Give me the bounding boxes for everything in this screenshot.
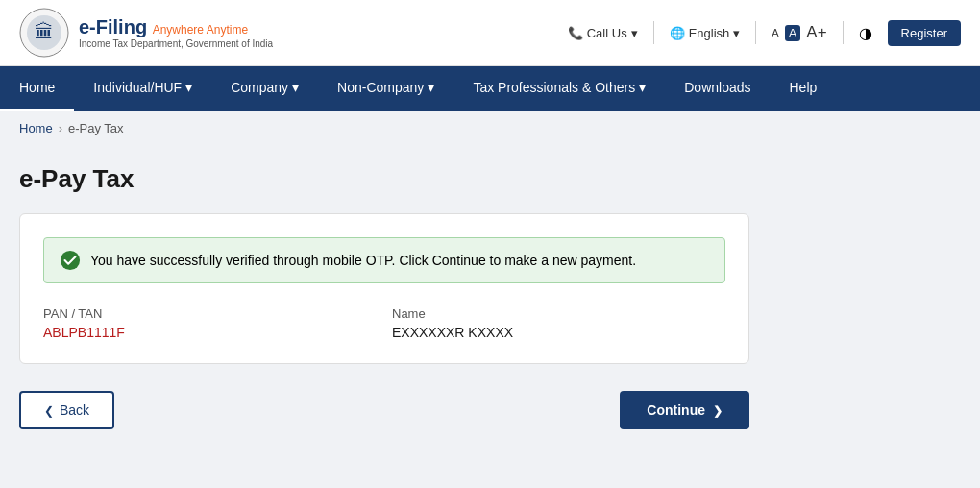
- nav-downloads[interactable]: Downloads: [665, 66, 770, 111]
- nav-individual-huf-label: Individual/HUF: [93, 80, 182, 95]
- main-content: e-Pay Tax You have successfully verified…: [0, 145, 980, 472]
- nav-individual-huf[interactable]: Individual/HUF ▾: [74, 66, 211, 111]
- navbar: Home Individual/HUF ▾ Company ▾ Non-Comp…: [0, 66, 980, 111]
- font-small-button[interactable]: A: [772, 27, 778, 38]
- success-text-prefix: You have successfully verified through m…: [90, 253, 432, 268]
- nav-tax-professionals-arrow: ▾: [639, 80, 646, 95]
- logo-brand: e-Filing Anywhere Anytime: [79, 16, 273, 38]
- nav-help-label: Help: [790, 80, 818, 95]
- logo-text: e-Filing Anywhere Anytime Income Tax Dep…: [79, 16, 273, 49]
- language-arrow: ▾: [733, 26, 740, 40]
- register-button[interactable]: Register: [888, 20, 961, 46]
- nav-home-label: Home: [19, 80, 55, 95]
- nav-non-company[interactable]: Non-Company ▾: [318, 66, 453, 111]
- language-label: English: [689, 26, 730, 40]
- continue-label: Continue: [647, 403, 705, 418]
- header-actions: 📞 Call Us ▾ 🌐 English ▾ A A A+ ◑ Registe…: [568, 20, 961, 46]
- pan-tan-label: PAN / TAN: [43, 306, 377, 321]
- separator-2: [755, 21, 756, 44]
- font-large-button[interactable]: A+: [806, 23, 826, 42]
- success-icon: [60, 250, 81, 271]
- success-text-suffix: to make a new payment.: [486, 253, 636, 268]
- name-value: EXXXXXXR KXXXX: [392, 325, 725, 340]
- info-grid: PAN / TAN ABLPB1111F Name EXXXXXXR KXXXX: [43, 306, 725, 340]
- call-us-button[interactable]: 📞 Call Us ▾: [568, 26, 638, 40]
- contrast-button[interactable]: ◑: [859, 24, 872, 42]
- nav-non-company-arrow: ▾: [428, 80, 434, 95]
- breadcrumb: Home › e-Pay Tax: [0, 111, 980, 145]
- phone-icon: 📞: [568, 26, 583, 40]
- call-us-arrow: ▾: [631, 26, 638, 40]
- separator-3: [843, 21, 844, 44]
- back-label: Back: [60, 403, 89, 418]
- logo-subtitle: Income Tax Department, Government of Ind…: [79, 38, 273, 49]
- call-us-label: Call Us: [587, 26, 627, 40]
- nav-individual-huf-arrow: ▾: [185, 80, 192, 95]
- nav-help[interactable]: Help: [771, 66, 837, 111]
- header: 🏛 e-Filing Anywhere Anytime Income Tax D…: [0, 0, 980, 66]
- pan-tan-section: PAN / TAN ABLPB1111F: [43, 306, 377, 340]
- nav-tax-professionals-label: Tax Professionals & Others: [473, 80, 635, 95]
- language-button[interactable]: 🌐 English ▾: [670, 26, 741, 40]
- logo-section: 🏛 e-Filing Anywhere Anytime Income Tax D…: [19, 8, 273, 58]
- nav-tax-professionals[interactable]: Tax Professionals & Others ▾: [453, 66, 665, 111]
- actions: Back Continue: [19, 387, 749, 429]
- name-label: Name: [392, 306, 725, 321]
- success-banner: You have successfully verified through m…: [43, 237, 725, 283]
- nav-downloads-label: Downloads: [684, 80, 750, 95]
- nav-company-label: Company: [231, 80, 288, 95]
- nav-company[interactable]: Company ▾: [211, 66, 318, 111]
- nav-non-company-label: Non-Company: [337, 80, 424, 95]
- back-button[interactable]: Back: [19, 391, 114, 429]
- pan-tan-value: ABLPB1111F: [43, 325, 377, 340]
- nav-company-arrow: ▾: [292, 80, 299, 95]
- nav-home[interactable]: Home: [0, 66, 74, 111]
- success-message: You have successfully verified through m…: [90, 253, 636, 268]
- breadcrumb-separator: ›: [59, 121, 62, 135]
- breadcrumb-home[interactable]: Home: [19, 121, 53, 135]
- font-medium-button[interactable]: A: [785, 25, 801, 41]
- emblem-icon: 🏛: [19, 8, 69, 58]
- breadcrumb-current: e-Pay Tax: [68, 121, 124, 135]
- success-continue-link[interactable]: Continue: [432, 253, 486, 268]
- continue-button[interactable]: Continue: [620, 391, 749, 429]
- logo-tagline: Anywhere Anytime: [153, 23, 248, 37]
- svg-point-3: [61, 251, 80, 270]
- back-chevron-icon: [44, 403, 54, 418]
- page-title: e-Pay Tax: [19, 164, 961, 194]
- separator-1: [653, 21, 654, 44]
- globe-icon: 🌐: [670, 26, 685, 40]
- epay-card: You have successfully verified through m…: [19, 213, 749, 364]
- font-size-controls: A A A+: [772, 23, 826, 42]
- continue-chevron-icon: [713, 403, 723, 418]
- svg-text:🏛: 🏛: [35, 21, 54, 42]
- name-section: Name EXXXXXXR KXXXX: [392, 306, 725, 340]
